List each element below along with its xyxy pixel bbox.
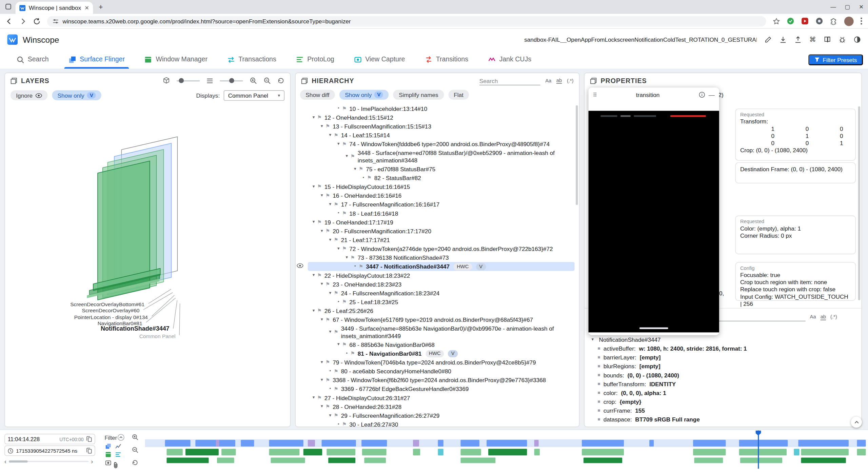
site-settings-icon[interactable] bbox=[53, 18, 59, 24]
layer-label[interactable]: PointerLocation - display 0#134 bbox=[74, 314, 148, 320]
property-row[interactable]: activeBuffer:w: 1080, h: 2400, stride: 2… bbox=[589, 344, 857, 353]
property-row[interactable]: barrierLayer:[empty] bbox=[589, 353, 857, 362]
collapse-toggle-icon[interactable]: ▾ bbox=[318, 280, 326, 289]
new-tab-button[interactable]: + bbox=[96, 2, 105, 11]
collapse-toggle-icon[interactable]: ▾ bbox=[318, 376, 326, 385]
tree-row[interactable]: ▾⚑28 - OneHanded:26:31#28 bbox=[308, 402, 575, 411]
pin-icon[interactable]: ⚑ bbox=[342, 340, 349, 349]
tree-row[interactable]: ▾⚑23 - OneHanded:18:23#23 bbox=[308, 280, 575, 289]
tab-search[interactable]: Search bbox=[17, 50, 49, 69]
zoom-out-icon[interactable] bbox=[263, 77, 271, 84]
pin-icon[interactable]: ⚑ bbox=[317, 113, 324, 122]
tree-row[interactable]: ▾⚑74 - WindowToken{fdddbe6 type=2000 and… bbox=[308, 140, 575, 149]
collapse-toggle-icon[interactable]: ▾ bbox=[310, 182, 317, 191]
timeline-hscrollbar[interactable] bbox=[9, 461, 89, 462]
extension-green-icon[interactable] bbox=[787, 17, 794, 25]
pin-icon[interactable]: ⚑ bbox=[334, 329, 341, 335]
timeline-segment[interactable] bbox=[271, 458, 305, 463]
pin-icon[interactable]: ⚑ bbox=[326, 280, 333, 289]
timeline-segment[interactable] bbox=[327, 449, 355, 455]
timeline-segment[interactable] bbox=[167, 458, 209, 463]
minimize-overlay-icon[interactable]: — bbox=[709, 92, 715, 98]
tree-row[interactable]: ▾⚑79 - WindowToken{7046b4a type=2024 and… bbox=[308, 358, 575, 367]
collapse-toggle-icon[interactable]: ▾ bbox=[327, 235, 334, 244]
tab-surface-flinger[interactable]: Surface Flinger bbox=[69, 50, 125, 69]
tree-row[interactable]: ▾⚑19 - OneHanded:17:17#19 bbox=[308, 218, 575, 227]
drag-handle-icon[interactable]: ⠿ bbox=[593, 92, 597, 98]
copy-icon[interactable] bbox=[86, 448, 92, 454]
tree-row[interactable]: ▾⚑67 - WindowToken{e5176f9 type=2019 and… bbox=[308, 315, 575, 324]
collapse-toggle-icon[interactable]: ▾ bbox=[310, 393, 317, 402]
tree-row[interactable]: •⚑82 - StatusBar#82 bbox=[308, 173, 575, 182]
pin-icon[interactable]: ⚑ bbox=[367, 173, 374, 182]
timeline-segment[interactable] bbox=[857, 449, 866, 455]
tree-row[interactable]: ▾⚑20 - FullscreenMagnification:17:17#20 bbox=[308, 227, 575, 235]
extensions-puzzle-icon[interactable] bbox=[830, 17, 837, 25]
tree-row[interactable]: •⚑3369 - 67726bf EdgeBackGestureHandler0… bbox=[308, 385, 575, 393]
timeline-segment[interactable] bbox=[322, 440, 356, 447]
timeline-segment[interactable] bbox=[413, 449, 420, 455]
property-row[interactable]: currFrame:155 bbox=[589, 406, 857, 415]
ignore-toggle[interactable]: Ignore bbox=[11, 90, 47, 100]
property-row[interactable]: crop:{empty} bbox=[589, 397, 857, 406]
timeline-segment[interactable] bbox=[739, 449, 786, 455]
tree-row[interactable]: ▾⚑3448 - Surface(name=ed70f88 StatusBar)… bbox=[308, 149, 575, 164]
tab-jank-cujs[interactable]: Jank CUJs bbox=[488, 50, 531, 69]
hierarchy-scrollbar[interactable] bbox=[576, 105, 578, 205]
collapse-toggle-icon[interactable]: ▾ bbox=[589, 337, 596, 342]
regex-icon[interactable]: (.*) bbox=[830, 314, 837, 319]
layer-label[interactable]: Common Panel bbox=[139, 333, 176, 339]
tree-row[interactable]: •⚑18 - Leaf:16:16#18 bbox=[308, 209, 575, 218]
reset-view-icon[interactable] bbox=[277, 77, 284, 84]
timeline-segment[interactable] bbox=[487, 440, 527, 447]
tree-row[interactable]: •⚑81 - NavigationBar0#81HWCV bbox=[308, 349, 575, 358]
tree-row[interactable]: ▾⚑24 - FullscreenMagnification:18:23#24 bbox=[308, 289, 575, 297]
collapse-toggle-icon[interactable]: ▾ bbox=[327, 289, 334, 297]
collapse-toggle-icon[interactable]: ▾ bbox=[318, 358, 326, 367]
tree-row[interactable]: ▾⚑68 - 885b63e NavigationBar0#68 bbox=[308, 340, 575, 349]
timeline-cursor[interactable] bbox=[758, 430, 759, 469]
rotation-icon[interactable] bbox=[163, 77, 170, 84]
pin-icon[interactable]: ⚑ bbox=[334, 385, 341, 393]
timeline-canvas[interactable] bbox=[145, 430, 866, 470]
property-row[interactable]: bufferTransform:IDENTITY bbox=[589, 379, 857, 388]
collapse-toggle-icon[interactable]: ▾ bbox=[318, 315, 326, 324]
tree-row[interactable]: ▾⚑12 - OneHanded:15:15#12 bbox=[308, 113, 575, 122]
timeline-segment[interactable] bbox=[364, 458, 386, 463]
pin-icon[interactable]: ⚑ bbox=[334, 131, 341, 140]
collapse-toggle-icon[interactable]: ▾ bbox=[318, 227, 326, 235]
layer-label[interactable]: ScreenDecorOverlay#60 bbox=[82, 308, 140, 314]
layer-label[interactable]: NotificationShade#3447 bbox=[101, 325, 170, 332]
timeline-segment[interactable] bbox=[801, 449, 848, 455]
timeline-segment[interactable] bbox=[693, 449, 726, 455]
simplify-names-toggle[interactable]: Simplify names bbox=[393, 90, 444, 100]
timeline-segment[interactable] bbox=[413, 440, 419, 447]
timeline-segment[interactable] bbox=[328, 458, 356, 463]
extension-grey-icon[interactable] bbox=[815, 17, 823, 25]
timeline-segment[interactable] bbox=[269, 440, 303, 447]
show-only-v-toggle[interactable]: Show only V bbox=[339, 90, 389, 100]
edit-icon[interactable] bbox=[765, 36, 772, 43]
timeline-wm-icon[interactable] bbox=[105, 452, 111, 458]
match-case-icon[interactable]: Aa bbox=[545, 78, 551, 83]
tree-row[interactable]: ▾⚑22 - HideDisplayCutout:18:23#22 bbox=[308, 271, 575, 280]
tree-row[interactable]: ▾⚑3449 - Surface(name=885b63e Navigation… bbox=[308, 324, 575, 340]
tab-protolog[interactable]: ProtoLog bbox=[296, 50, 334, 69]
collapse-toggle-icon[interactable]: ▾ bbox=[318, 122, 326, 131]
match-word-icon[interactable]: ab bbox=[821, 314, 826, 320]
report-bug-icon[interactable] bbox=[839, 36, 846, 43]
collapse-toggle-icon[interactable]: ▾ bbox=[335, 244, 342, 253]
collapse-toggle-icon[interactable]: ▾ bbox=[343, 253, 350, 262]
tab-transactions[interactable]: Transactions bbox=[228, 50, 276, 69]
timeline-segment[interactable] bbox=[461, 440, 479, 447]
timeline-segment[interactable] bbox=[216, 440, 219, 447]
timeline-segment[interactable] bbox=[534, 440, 539, 447]
forward-icon[interactable] bbox=[19, 17, 26, 24]
tree-row[interactable]: •⚑80 - ace6abb SecondaryHomeHandle0#80 bbox=[308, 367, 575, 376]
documentation-icon[interactable] bbox=[824, 36, 831, 43]
tree-row[interactable]: •⚑30 - Leaf:26:27#30 bbox=[308, 420, 575, 427]
pin-icon[interactable]: ⚑ bbox=[326, 358, 333, 367]
tab-close-icon[interactable]: ✕ bbox=[84, 5, 89, 11]
copy-icon[interactable] bbox=[86, 436, 92, 442]
pin-icon[interactable]: ⚑ bbox=[317, 182, 324, 191]
